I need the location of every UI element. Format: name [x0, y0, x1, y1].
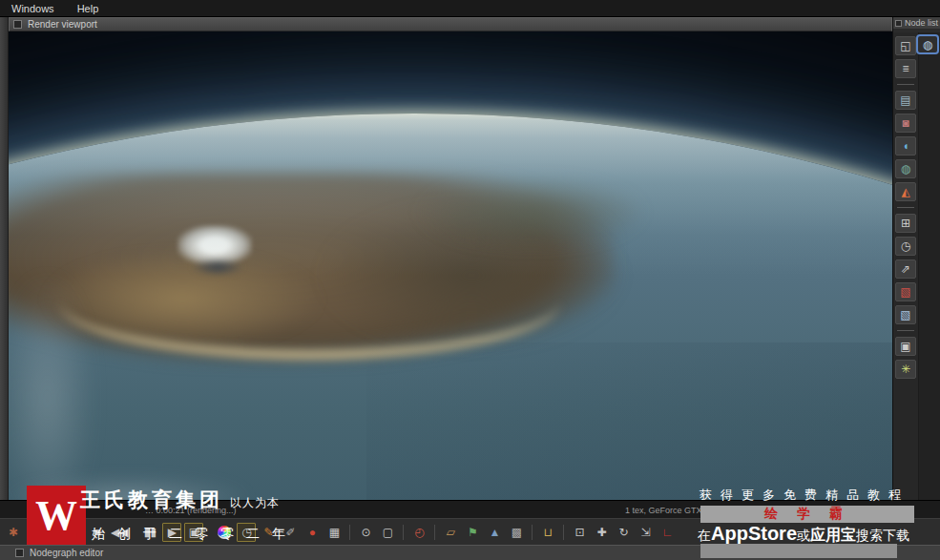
divider: [897, 330, 914, 331]
terragen-window: Windows Help Render viewport Node list: [0, 0, 940, 560]
select-region-button[interactable]: ▢: [378, 523, 397, 542]
stack-node-icon[interactable]: ≡: [895, 59, 916, 78]
wm-slogan: 以人为本: [230, 495, 280, 511]
divider: [563, 525, 564, 540]
gauge-button[interactable]: ◴: [409, 523, 428, 542]
node-list-collapse-checkbox[interactable]: [895, 20, 902, 27]
image-node-icon[interactable]: ▤: [895, 91, 916, 110]
nodegraph-collapse-checkbox[interactable]: [15, 549, 24, 557]
camera-node-icon[interactable]: ◙: [895, 114, 916, 133]
terrain-node-icon[interactable]: ◭: [895, 182, 916, 201]
app-settings-icon[interactable]: ✱: [4, 523, 23, 542]
wm-seg-appstore: AppStore: [711, 523, 797, 545]
wm-seg-huo: 或: [797, 528, 810, 545]
zoom-button[interactable]: ⊙: [356, 523, 375, 542]
nodegraph-title: Nodegraph editor: [30, 548, 103, 558]
scale-button[interactable]: ⇲: [636, 523, 655, 542]
record-button[interactable]: ●: [303, 523, 322, 542]
picture-node-icon[interactable]: ▣: [895, 337, 916, 356]
water-node-icon[interactable]: ◖: [895, 136, 916, 156]
node-list-header[interactable]: Node list: [893, 17, 940, 30]
node-list-body: [919, 32, 940, 500]
divider: [349, 525, 350, 540]
checker-button[interactable]: ▩: [507, 523, 526, 542]
wm-seg-zai: 在: [698, 528, 711, 545]
wm-company-name: 王氏教育集团: [80, 487, 223, 513]
cloud-haze-west: [9, 278, 93, 500]
divider: [897, 207, 914, 208]
menu-help[interactable]: Help: [77, 3, 99, 14]
terrain-button[interactable]: ▲: [485, 523, 504, 542]
deep-ocean-shading: [366, 342, 892, 500]
wm-promo-bar: 绘 学 霸: [700, 506, 914, 523]
node-list-title: Node list: [905, 18, 938, 28]
divider: [403, 525, 404, 540]
move-button[interactable]: ✚: [592, 523, 611, 542]
sun-node-icon[interactable]: ✳: [895, 360, 916, 379]
planet-earth: [9, 114, 892, 500]
transform-node-icon[interactable]: ⇗: [895, 259, 916, 279]
grid-button[interactable]: ▦: [324, 523, 344, 542]
wm-promo-line2: 在 AppStore 或 应用宝 搜索下载: [698, 523, 909, 546]
red-cube-icon[interactable]: ▧: [895, 282, 916, 301]
axes-button[interactable]: ∟: [658, 523, 677, 542]
planet-library-selected-icon[interactable]: ◍: [916, 34, 939, 54]
menu-bar: Windows Help: [0, 0, 940, 17]
atmosphere-haze: [9, 114, 892, 276]
render-viewport-collapse-checkbox[interactable]: [13, 20, 22, 29]
wm-seg-search: 搜索下载: [856, 528, 909, 545]
rotate-button[interactable]: ↻: [614, 523, 633, 542]
folder-button[interactable]: ▱: [441, 523, 460, 542]
render-viewport-title: Render viewport: [28, 19, 97, 30]
window-node-icon[interactable]: ⊞: [895, 214, 916, 233]
menu-windows[interactable]: Windows: [11, 3, 54, 14]
render-viewport[interactable]: [9, 31, 892, 500]
zoom-object-button[interactable]: ⊡: [570, 523, 589, 542]
wm-seg-yingyongbao: 应用宝: [810, 526, 856, 546]
duplicate-node-icon[interactable]: ◱: [895, 36, 916, 55]
node-list-panel: Node list ◱≡▤◙◖◍◭⊞◷⇗▧▧▣✳ ◍: [892, 17, 940, 500]
unlock-button[interactable]: ⊔: [538, 523, 557, 542]
wang-education-logo: W: [27, 486, 86, 545]
wm-bottom-bar: [700, 544, 897, 558]
divider: [897, 84, 914, 85]
planet-node-icon[interactable]: ◍: [895, 159, 916, 178]
node-palette-toolbar: ◱≡▤◙◖◍◭⊞◷⇗▧▧▣✳: [893, 32, 919, 500]
blue-cube-icon[interactable]: ▧: [895, 305, 916, 324]
wm-brand-huixueba: 绘 学 霸: [764, 506, 850, 523]
left-panel-edge[interactable]: [0, 17, 9, 545]
clock-node-icon[interactable]: ◷: [895, 237, 916, 256]
flag-button[interactable]: ⚑: [463, 523, 482, 542]
divider: [434, 525, 435, 540]
render-viewport-header[interactable]: Render viewport: [9, 17, 892, 31]
wm-founded-text: 始创于二零零二年: [92, 526, 298, 543]
wm-promo-line1: 获得更多免费精品教程: [700, 487, 909, 504]
divider: [532, 525, 533, 540]
